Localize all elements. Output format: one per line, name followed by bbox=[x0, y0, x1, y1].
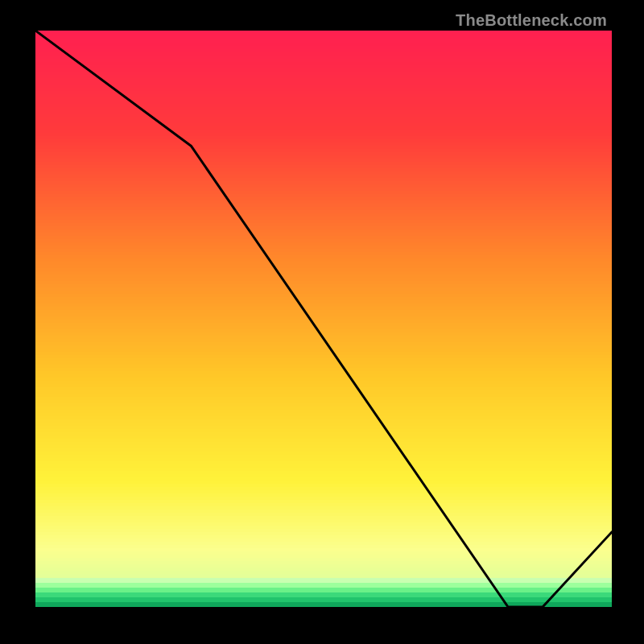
chart-stage: TheBottleneck.com bbox=[0, 0, 644, 644]
bottleneck-curve bbox=[35, 31, 612, 607]
watermark-label: TheBottleneck.com bbox=[456, 11, 607, 30]
curve-layer bbox=[35, 31, 612, 607]
plot-area bbox=[35, 31, 612, 607]
